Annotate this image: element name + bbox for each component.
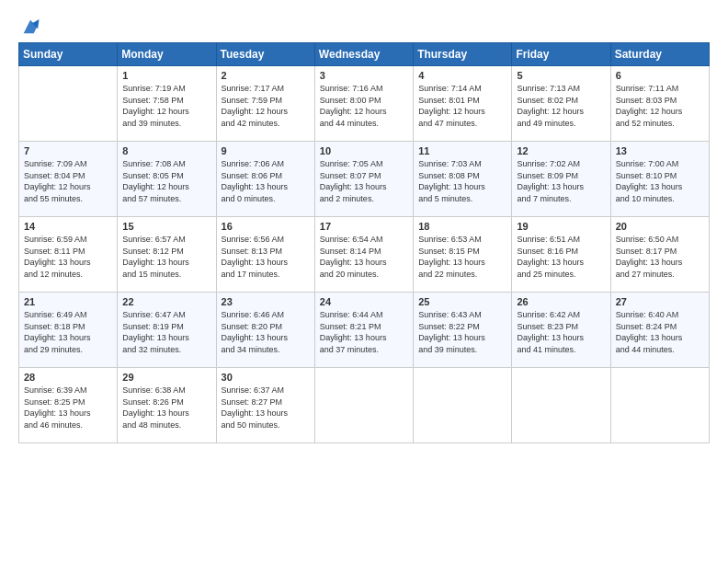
day-number: 8 — [122, 145, 210, 156]
calendar-cell: 11Sunrise: 7:03 AM Sunset: 8:08 PM Dayli… — [414, 142, 512, 217]
cell-info: Sunrise: 7:11 AM Sunset: 8:03 PM Dayligh… — [616, 83, 704, 129]
logo — [18, 17, 40, 33]
day-number: 18 — [418, 221, 506, 232]
cell-info: Sunrise: 6:40 AM Sunset: 8:24 PM Dayligh… — [616, 309, 704, 355]
calendar-cell: 9Sunrise: 7:06 AM Sunset: 8:06 PM Daylig… — [216, 142, 314, 217]
day-number: 20 — [616, 221, 704, 232]
calendar-cell: 29Sunrise: 6:38 AM Sunset: 8:26 PM Dayli… — [118, 368, 216, 443]
day-number: 10 — [320, 145, 408, 156]
header — [18, 17, 710, 33]
calendar-cell: 2Sunrise: 7:17 AM Sunset: 7:59 PM Daylig… — [216, 66, 314, 142]
day-number: 3 — [320, 70, 408, 81]
calendar-week-3: 14Sunrise: 6:59 AM Sunset: 8:11 PM Dayli… — [19, 217, 710, 293]
calendar-cell: 13Sunrise: 7:00 AM Sunset: 8:10 PM Dayli… — [610, 142, 709, 217]
calendar-cell: 30Sunrise: 6:37 AM Sunset: 8:27 PM Dayli… — [216, 368, 314, 443]
calendar-cell: 22Sunrise: 6:47 AM Sunset: 8:19 PM Dayli… — [118, 293, 216, 368]
calendar-cell: 19Sunrise: 6:51 AM Sunset: 8:16 PM Dayli… — [512, 217, 610, 293]
cell-info: Sunrise: 7:08 AM Sunset: 8:05 PM Dayligh… — [122, 158, 210, 204]
weekday-header-sunday: Sunday — [19, 43, 118, 66]
cell-info: Sunrise: 6:51 AM Sunset: 8:16 PM Dayligh… — [517, 234, 605, 280]
day-number: 30 — [222, 372, 310, 383]
calendar-cell: 3Sunrise: 7:16 AM Sunset: 8:00 PM Daylig… — [314, 66, 413, 142]
cell-info: Sunrise: 6:46 AM Sunset: 8:20 PM Dayligh… — [222, 309, 310, 355]
weekday-header-wednesday: Wednesday — [314, 43, 413, 66]
calendar-cell: 15Sunrise: 6:57 AM Sunset: 8:12 PM Dayli… — [118, 217, 216, 293]
calendar-cell: 7Sunrise: 7:09 AM Sunset: 8:04 PM Daylig… — [19, 142, 118, 217]
cell-info: Sunrise: 7:09 AM Sunset: 8:04 PM Dayligh… — [24, 158, 112, 204]
day-number: 2 — [222, 70, 310, 81]
calendar-cell — [414, 368, 512, 443]
cell-info: Sunrise: 6:42 AM Sunset: 8:23 PM Dayligh… — [517, 309, 605, 355]
calendar-week-4: 21Sunrise: 6:49 AM Sunset: 8:18 PM Dayli… — [19, 293, 710, 368]
calendar-cell: 21Sunrise: 6:49 AM Sunset: 8:18 PM Dayli… — [19, 293, 118, 368]
calendar-cell: 23Sunrise: 6:46 AM Sunset: 8:20 PM Dayli… — [216, 293, 314, 368]
page: SundayMondayTuesdayWednesdayThursdayFrid… — [0, 0, 728, 563]
cell-info: Sunrise: 6:57 AM Sunset: 8:12 PM Dayligh… — [122, 234, 210, 280]
cell-info: Sunrise: 6:56 AM Sunset: 8:13 PM Dayligh… — [222, 234, 310, 280]
cell-info: Sunrise: 7:14 AM Sunset: 8:01 PM Dayligh… — [418, 83, 506, 129]
calendar-cell: 1Sunrise: 7:19 AM Sunset: 7:58 PM Daylig… — [118, 66, 216, 142]
cell-info: Sunrise: 7:19 AM Sunset: 7:58 PM Dayligh… — [122, 83, 210, 129]
calendar-cell: 27Sunrise: 6:40 AM Sunset: 8:24 PM Dayli… — [610, 293, 709, 368]
calendar-cell: 24Sunrise: 6:44 AM Sunset: 8:21 PM Dayli… — [314, 293, 413, 368]
cell-info: Sunrise: 6:44 AM Sunset: 8:21 PM Dayligh… — [320, 309, 408, 355]
day-number: 14 — [24, 221, 112, 232]
day-number: 5 — [517, 70, 605, 81]
cell-info: Sunrise: 6:38 AM Sunset: 8:26 PM Dayligh… — [122, 385, 210, 431]
calendar-cell: 16Sunrise: 6:56 AM Sunset: 8:13 PM Dayli… — [216, 217, 314, 293]
cell-info: Sunrise: 7:00 AM Sunset: 8:10 PM Dayligh… — [616, 158, 704, 204]
day-number: 26 — [517, 296, 605, 307]
day-number: 24 — [320, 296, 408, 307]
calendar-cell: 25Sunrise: 6:43 AM Sunset: 8:22 PM Dayli… — [414, 293, 512, 368]
day-number: 1 — [122, 70, 210, 81]
day-number: 15 — [122, 221, 210, 232]
calendar-cell — [19, 66, 118, 142]
cell-info: Sunrise: 7:02 AM Sunset: 8:09 PM Dayligh… — [517, 158, 605, 204]
calendar-cell: 12Sunrise: 7:02 AM Sunset: 8:09 PM Dayli… — [512, 142, 610, 217]
cell-info: Sunrise: 7:03 AM Sunset: 8:08 PM Dayligh… — [418, 158, 506, 204]
day-number: 23 — [222, 296, 310, 307]
cell-info: Sunrise: 6:53 AM Sunset: 8:15 PM Dayligh… — [418, 234, 506, 280]
day-number: 16 — [222, 221, 310, 232]
weekday-header-monday: Monday — [118, 43, 216, 66]
cell-info: Sunrise: 6:59 AM Sunset: 8:11 PM Dayligh… — [24, 234, 112, 280]
calendar-cell: 10Sunrise: 7:05 AM Sunset: 8:07 PM Dayli… — [314, 142, 413, 217]
calendar-cell — [314, 368, 413, 443]
day-number: 4 — [418, 70, 506, 81]
cell-info: Sunrise: 7:05 AM Sunset: 8:07 PM Dayligh… — [320, 158, 408, 204]
day-number: 7 — [24, 145, 112, 156]
day-number: 13 — [616, 145, 704, 156]
cell-info: Sunrise: 7:17 AM Sunset: 7:59 PM Dayligh… — [222, 83, 310, 129]
calendar-cell — [512, 368, 610, 443]
weekday-header-friday: Friday — [512, 43, 610, 66]
day-number: 27 — [616, 296, 704, 307]
day-number: 9 — [222, 145, 310, 156]
cell-info: Sunrise: 6:37 AM Sunset: 8:27 PM Dayligh… — [222, 385, 310, 431]
weekday-header-thursday: Thursday — [414, 43, 512, 66]
cell-info: Sunrise: 6:47 AM Sunset: 8:19 PM Dayligh… — [122, 309, 210, 355]
day-number: 17 — [320, 221, 408, 232]
weekday-header-tuesday: Tuesday — [216, 43, 314, 66]
calendar-week-1: 1Sunrise: 7:19 AM Sunset: 7:58 PM Daylig… — [19, 66, 710, 142]
calendar-cell: 14Sunrise: 6:59 AM Sunset: 8:11 PM Dayli… — [19, 217, 118, 293]
day-number: 11 — [418, 145, 506, 156]
calendar-cell: 8Sunrise: 7:08 AM Sunset: 8:05 PM Daylig… — [118, 142, 216, 217]
calendar-cell: 18Sunrise: 6:53 AM Sunset: 8:15 PM Dayli… — [414, 217, 512, 293]
calendar-cell: 17Sunrise: 6:54 AM Sunset: 8:14 PM Dayli… — [314, 217, 413, 293]
day-number: 25 — [418, 296, 506, 307]
cell-info: Sunrise: 7:13 AM Sunset: 8:02 PM Dayligh… — [517, 83, 605, 129]
calendar: SundayMondayTuesdayWednesdayThursdayFrid… — [18, 42, 710, 443]
day-number: 28 — [24, 372, 112, 383]
weekday-header-row: SundayMondayTuesdayWednesdayThursdayFrid… — [19, 43, 710, 66]
calendar-cell: 28Sunrise: 6:39 AM Sunset: 8:25 PM Dayli… — [19, 368, 118, 443]
cell-info: Sunrise: 7:16 AM Sunset: 8:00 PM Dayligh… — [320, 83, 408, 129]
calendar-cell — [610, 368, 709, 443]
day-number: 19 — [517, 221, 605, 232]
logo-icon — [20, 17, 40, 37]
cell-info: Sunrise: 6:50 AM Sunset: 8:17 PM Dayligh… — [616, 234, 704, 280]
calendar-week-5: 28Sunrise: 6:39 AM Sunset: 8:25 PM Dayli… — [19, 368, 710, 443]
day-number: 29 — [122, 372, 210, 383]
day-number: 12 — [517, 145, 605, 156]
calendar-cell: 26Sunrise: 6:42 AM Sunset: 8:23 PM Dayli… — [512, 293, 610, 368]
calendar-cell: 6Sunrise: 7:11 AM Sunset: 8:03 PM Daylig… — [610, 66, 709, 142]
